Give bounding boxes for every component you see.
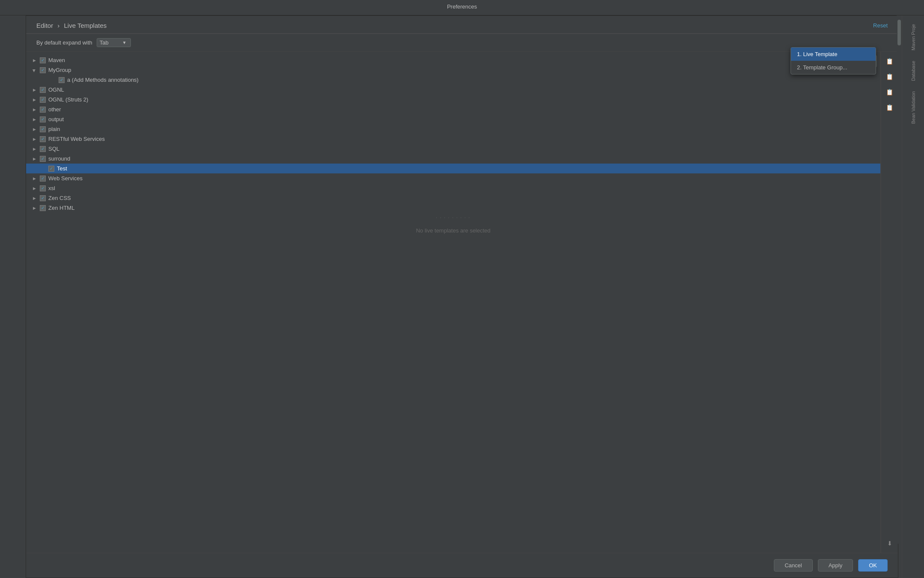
edit-icon[interactable]: 📋 <box>884 55 896 67</box>
dropdown-item-live-template[interactable]: 1. Live Template <box>791 48 876 61</box>
tree-item-test[interactable]: Test <box>26 164 880 173</box>
tree-arrow-ognl: ▶ <box>31 87 37 93</box>
checkbox-ognl[interactable] <box>40 87 46 93</box>
checkbox-sql[interactable] <box>40 146 46 152</box>
tree-item-restful[interactable]: ▶ RESTful Web Services <box>26 134 880 144</box>
tree-item-plain[interactable]: ▶ plain <box>26 124 880 134</box>
expand-label: By default expand with <box>36 39 92 46</box>
dialog-header: Editor › Live Templates Reset <box>26 16 898 34</box>
scrollbar-thumb[interactable] <box>897 20 901 45</box>
sidebar-tab-database[interactable]: Database <box>909 57 918 84</box>
tree-item-mygroup[interactable]: ▶ MyGroup <box>26 65 880 75</box>
label-webservices: Web Services <box>48 175 83 182</box>
download-icon[interactable]: ⬇ <box>884 537 896 549</box>
tree-arrow-other: ▶ <box>31 107 37 113</box>
checkbox-ognl-struts2[interactable] <box>40 97 46 103</box>
tree-item-zenhtml[interactable]: ▶ Zen HTML <box>26 203 880 213</box>
preferences-dialog: Editor › Live Templates Reset By default… <box>26 15 898 578</box>
dialog-footer: Cancel Apply OK <box>26 553 898 578</box>
tree-arrow-zencss: ▶ <box>31 195 37 201</box>
label-sql: SQL <box>48 146 59 152</box>
label-other: other <box>48 106 61 113</box>
title-bar: Preferences <box>0 0 924 15</box>
tree-arrow-webservices: ▶ <box>31 176 37 182</box>
checkbox-zenhtml[interactable] <box>40 205 46 211</box>
delete-icon[interactable]: 📋 <box>884 86 896 98</box>
dropdown-item-template-group[interactable]: 2. Template Group... <box>791 61 876 74</box>
checkbox-xsl[interactable] <box>40 185 46 191</box>
tree-item-surround[interactable]: ▶ surround <box>26 154 880 164</box>
expand-bar: By default expand with Tab Enter Space ▼ <box>26 34 898 52</box>
tree-item-webservices[interactable]: ▶ Web Services <box>26 173 880 183</box>
breadcrumb-editor: Editor <box>36 22 53 29</box>
tree-arrow-output: ▶ <box>31 116 37 122</box>
tree-arrow-mygroup: ▶ <box>31 68 37 74</box>
content-area: + ▶ Maven ▶ MyGroup <box>26 52 898 553</box>
checkbox-other[interactable] <box>40 107 46 113</box>
checkbox-zencss[interactable] <box>40 195 46 201</box>
right-sidebar: Maven Proje Database Bean Validation <box>902 15 924 578</box>
add-dropdown-menu: 1. Live Template 2. Template Group... <box>791 47 876 74</box>
sidebar-tab-maven[interactable]: Maven Proje <box>909 21 918 54</box>
tree-item-a-method[interactable]: a (Add Methods annotations) <box>26 75 880 85</box>
dropdown-item-live-template-label: 1. Live Template <box>797 51 837 57</box>
label-plain: plain <box>48 126 60 132</box>
tree-item-xsl[interactable]: ▶ xsl <box>26 183 880 193</box>
resize-dots: · · · · · · · · · <box>436 215 471 220</box>
tree-arrow-zenhtml: ▶ <box>31 205 37 211</box>
tree-item-sql[interactable]: ▶ SQL <box>26 144 880 154</box>
bottom-info: No live templates are selected <box>26 219 880 242</box>
checkbox-plain[interactable] <box>40 126 46 132</box>
tree-item-ognl[interactable]: ▶ OGNL <box>26 85 880 95</box>
move-icon[interactable]: 📋 <box>884 101 896 113</box>
label-xsl: xsl <box>48 185 55 191</box>
scrollbar-track <box>897 15 902 544</box>
checkbox-test[interactable] <box>48 166 54 172</box>
tree-item-ognl-struts2[interactable]: ▶ OGNL (Struts 2) <box>26 95 880 104</box>
breadcrumb-current: Live Templates <box>64 22 107 29</box>
tree-arrow-restful: ▶ <box>31 136 37 142</box>
apply-button[interactable]: Apply <box>818 559 853 572</box>
label-surround: surround <box>48 155 70 162</box>
label-restful: RESTful Web Services <box>48 136 105 142</box>
dropdown-item-template-group-label: 2. Template Group... <box>797 64 847 71</box>
expand-select[interactable]: Tab Enter Space <box>97 38 131 47</box>
checkbox-restful[interactable] <box>40 136 46 142</box>
label-zenhtml: Zen HTML <box>48 205 74 211</box>
ok-button[interactable]: OK <box>858 559 888 572</box>
tree-arrow-maven: ▶ <box>31 57 37 63</box>
tree-arrow-surround: ▶ <box>31 156 37 162</box>
tree-item-other[interactable]: ▶ other <box>26 104 880 114</box>
checkbox-webservices[interactable] <box>40 176 46 182</box>
tree-arrow-ognl-struts2: ▶ <box>31 97 37 103</box>
label-test: Test <box>57 165 67 172</box>
tree-item-maven[interactable]: ▶ Maven <box>26 55 880 65</box>
checkbox-output[interactable] <box>40 116 46 122</box>
breadcrumb-sep: › <box>57 22 59 29</box>
label-output: output <box>48 116 64 122</box>
copy-icon[interactable]: 📋 <box>884 71 896 83</box>
checkbox-maven[interactable] <box>40 57 46 63</box>
checkbox-mygroup[interactable] <box>40 67 46 73</box>
reset-button[interactable]: Reset <box>873 22 888 29</box>
no-templates-text: No live templates are selected <box>416 227 490 234</box>
checkbox-a-method[interactable] <box>59 77 65 83</box>
label-maven: Maven <box>48 57 65 63</box>
tree-arrow-sql: ▶ <box>31 146 37 152</box>
label-mygroup: MyGroup <box>48 67 71 73</box>
tree-item-zencss[interactable]: ▶ Zen CSS <box>26 193 880 203</box>
tree-arrow-xsl: ▶ <box>31 185 37 191</box>
tree-item-output[interactable]: ▶ output <box>26 114 880 124</box>
label-a-method: a (Add Methods annotations) <box>67 77 139 83</box>
label-ognl: OGNL <box>48 86 64 93</box>
breadcrumb: Editor › Live Templates <box>36 22 107 29</box>
tree-arrow-plain: ▶ <box>31 126 37 132</box>
template-tree: + ▶ Maven ▶ MyGroup <box>26 52 881 553</box>
checkbox-surround[interactable] <box>40 156 46 162</box>
sidebar-tab-bean[interactable]: Bean Validation <box>909 88 918 127</box>
title-text: Preferences <box>447 3 477 10</box>
label-zencss: Zen CSS <box>48 195 71 201</box>
cancel-button[interactable]: Cancel <box>774 559 812 572</box>
label-ognl-struts2: OGNL (Struts 2) <box>48 96 88 103</box>
